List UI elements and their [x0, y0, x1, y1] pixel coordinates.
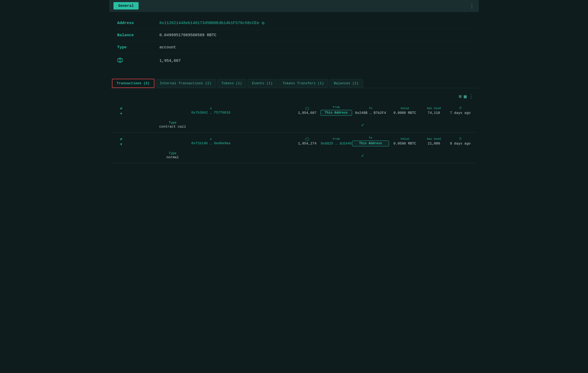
tx-value-1: 0.0000 RBTC — [389, 111, 421, 115]
type-col-2: Type normal — [146, 152, 199, 159]
gas-header-1: Gas Used — [421, 107, 447, 110]
tx-block-col-1: 1,954,607 — [294, 107, 320, 115]
tx-hash-col-2: # 0xf1b14b … 0ed0e9ea — [128, 138, 294, 145]
tabs-section: Transactions (2) Internal Transactions (… — [109, 76, 479, 88]
general-header: General ⋮ — [109, 0, 479, 12]
tx-gas-2: 21,000 — [421, 142, 447, 146]
tx-hash-1[interactable]: 0x7b3042 … f57f0016 — [128, 111, 294, 115]
balance-row: Balance 0.04999517069588589 RBTC — [117, 29, 471, 41]
cube-icon — [117, 57, 159, 64]
block-count: 1,954,607 — [159, 59, 181, 63]
svg-marker-5 — [306, 138, 309, 141]
tab-balances[interactable]: Balances (1) — [329, 79, 363, 88]
tab-transactions[interactable]: Transactions (2) — [112, 79, 154, 88]
type-col-1: Type contract call — [146, 121, 199, 129]
svg-marker-4 — [306, 107, 309, 110]
tx-time-2: 8 days ago — [447, 142, 473, 146]
block-icon-1 — [294, 107, 320, 110]
tx-time-1: 7 days ago — [447, 111, 473, 115]
type-row: Type account — [117, 41, 471, 54]
tx-time-col-1: ⏱ 7 days ago — [447, 106, 473, 115]
check-col-2: ✓ — [236, 153, 473, 158]
more-options-icon[interactable]: ⋮ — [469, 94, 473, 99]
address-text: 0x112621448eb148173d5B00Edb14b1F576c58cC… — [159, 21, 259, 25]
tx-main-row-1: ⇄ ▼ # 0x7b3042 … f57f0016 1, — [112, 102, 476, 119]
tx-value-col-2: Value 0.0500 RBTC — [389, 137, 421, 146]
page-wrapper: General ⋮ Address 0x112621448eb148173d5B… — [109, 0, 479, 166]
tabs-row: Transactions (2) Internal Transactions (… — [112, 79, 476, 88]
balance-value: 0.04999517069588589 RBTC — [159, 33, 216, 38]
value-header-2: Value — [389, 137, 421, 141]
copy-icon[interactable]: ⧉ — [262, 21, 264, 25]
block-icon-2 — [294, 137, 320, 141]
hash-label-1: # — [128, 107, 294, 110]
tx-type-icon-2: ⇄ ▼ — [115, 136, 128, 146]
tx-from-col-1: From This Address — [320, 106, 352, 116]
tx-gas-col-2: Gas Used 21,000 — [421, 137, 447, 146]
clock-icon-1: ⏱ — [447, 106, 473, 110]
clock-icon-2: ⏱ — [447, 137, 473, 141]
tab-tokens[interactable]: Tokens (1) — [217, 79, 246, 88]
block-row: 1,954,607 — [117, 54, 471, 68]
tx-time-col-2: ⏱ 8 days ago — [447, 137, 473, 146]
tab-events[interactable]: Events (1) — [248, 79, 277, 88]
tx-value-col-1: Value 0.0000 RBTC — [389, 107, 421, 115]
value-header-1: Value — [389, 107, 421, 110]
check-col-1: ✓ — [236, 122, 473, 128]
tx-main-row-2: ⇄ ▼ # 0xf1b14b … 0ed0e9ea 1, — [112, 133, 476, 150]
tx-from-value-1: This Address — [320, 110, 352, 116]
tx-detail-row-2: Type normal ✓ — [112, 150, 476, 163]
transaction-row-2: ⇄ ▼ # 0xf1b14b … 0ed0e9ea 1, — [112, 133, 476, 163]
transaction-row-1: ⇄ ▼ # 0x7b3042 … f57f0016 1, — [112, 102, 476, 133]
tx-to-col-1: To 0x248B … B7b2F4 — [352, 107, 389, 115]
tx-detail-row-1: Type contract call ✓ — [112, 119, 476, 132]
tx-block-col-2: 1,954,274 — [294, 137, 320, 146]
from-label-2: From — [320, 137, 352, 141]
type-value: account — [159, 45, 176, 50]
tx-from-value-2[interactable]: 0x8825 … 3cE445 — [320, 142, 352, 146]
to-label-2: To — [352, 136, 389, 139]
tx-type-icon-1: ⇄ ▼ — [115, 106, 128, 116]
tx-block-2[interactable]: 1,954,274 — [294, 142, 320, 146]
info-section: Address 0x112621448eb148173d5B00Edb14b1F… — [109, 12, 479, 76]
tx-gas-col-1: Gas Used 74,110 — [421, 107, 447, 115]
tab-internal-transactions[interactable]: Internal Transactions (2) — [155, 79, 216, 88]
gas-header-2: Gas Used — [421, 137, 447, 141]
general-tab[interactable]: General — [113, 2, 139, 10]
tx-hash-2[interactable]: 0xf1b14b … 0ed0e9ea — [128, 141, 294, 145]
from-label-1: From — [320, 106, 352, 109]
address-value: 0x112621448eb148173d5B00Edb14b1F576c58cC… — [159, 21, 264, 25]
transactions-section: ⊞ ▦ ⋮ ⇄ ▼ # 0x7b3042 … f57f0016 — [109, 88, 479, 166]
tx-hash-col-1: # 0x7b3042 … f57f0016 — [128, 107, 294, 115]
kebab-menu-icon[interactable]: ⋮ — [469, 3, 475, 9]
expand-icon-2[interactable]: ▼ — [120, 143, 122, 146]
tx-to-col-2: To This Address — [352, 136, 389, 146]
to-label-1: To — [352, 107, 389, 110]
tx-block-1[interactable]: 1,954,607 — [294, 111, 320, 115]
address-label: Address — [117, 21, 159, 25]
expand-icon-1[interactable]: ▼ — [120, 112, 122, 116]
tx-to-value-2: This Address — [352, 141, 389, 146]
type-label: Type — [117, 45, 159, 50]
tx-from-col-2: From 0x8825 … 3cE445 — [320, 137, 352, 146]
view-controls: ⊞ ▦ ⋮ — [112, 94, 476, 99]
address-row: Address 0x112621448eb148173d5B00Edb14b1F… — [117, 17, 471, 29]
grid-view-icon[interactable]: ⊞ — [459, 94, 462, 99]
tab-token-transfers[interactable]: Tokens Transfers (1) — [278, 79, 328, 88]
tx-to-value-1[interactable]: 0x248B … B7b2F4 — [352, 111, 389, 115]
balance-label: Balance — [117, 33, 159, 38]
tx-gas-1: 74,110 — [421, 111, 447, 115]
tx-value-2: 0.0500 RBTC — [389, 142, 421, 146]
table-view-icon[interactable]: ▦ — [464, 94, 467, 99]
hash-label-2: # — [128, 138, 294, 141]
